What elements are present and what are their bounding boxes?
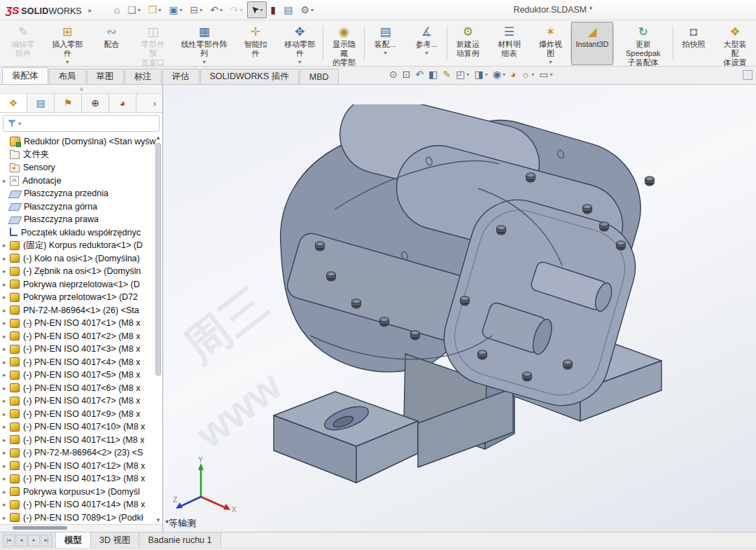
large-assembly-settings-icon[interactable]: ❖ 大型装配 体设置 xyxy=(715,22,755,65)
expand-arrow-icon[interactable]: ▸ xyxy=(3,475,6,482)
filter-caret-icon[interactable]: ▾ xyxy=(18,121,21,127)
dropdown-caret-icon[interactable]: ▾ xyxy=(220,7,223,13)
tree-item[interactable]: ▸ (-) PN-72-M-86964<2> (23) <S xyxy=(0,446,162,460)
new-document-icon[interactable]: ❏ ▾ xyxy=(124,1,144,18)
expand-arrow-icon[interactable]: ▸ xyxy=(3,462,6,469)
tree-item[interactable]: Sensory xyxy=(0,161,162,174)
command-tab[interactable]: SOLIDWORKS 插件 xyxy=(200,69,299,84)
expand-arrow-icon[interactable]: ▸ xyxy=(3,333,6,340)
featuremanager-tree-tab[interactable]: ❖ xyxy=(0,94,27,112)
apply-scene-icon[interactable]: ☼ ▾ xyxy=(521,69,534,79)
command-tab[interactable]: MBD xyxy=(300,69,339,84)
instant3d-icon[interactable]: ◢ Instant3D xyxy=(571,22,612,65)
configurationmanager-tab[interactable]: ⚑ xyxy=(55,94,82,112)
tree-filter-input[interactable]: ▾ xyxy=(3,115,160,132)
options-icon[interactable]: ⚙ ▾ xyxy=(297,1,317,18)
tree-item[interactable]: ▸ (-) PN-EN ISO 4017<3> (M8 x xyxy=(0,343,162,356)
dropdown-caret-icon[interactable]: ▾ xyxy=(531,71,534,78)
tree-item[interactable]: ▸ (-) PN-EN ISO 4017<11> (M8 x xyxy=(0,434,162,447)
edit-appearance-icon[interactable]: ◕ xyxy=(510,69,516,79)
expand-arrow-icon[interactable]: ▸ xyxy=(3,294,6,301)
dropdown-caret-icon[interactable]: ▾ xyxy=(240,7,243,13)
dropdown-caret-icon[interactable]: ▾ xyxy=(425,50,428,56)
tree-item[interactable]: ▸ (固定) Korpus reduktora<1> (D xyxy=(0,239,162,252)
document-tab[interactable]: 3D 视图 xyxy=(91,532,139,548)
display-style-icon[interactable]: ◨ ▾ xyxy=(474,69,487,79)
dropdown-caret-icon[interactable]: ▾ xyxy=(550,71,552,78)
tree-item[interactable]: ▸ (-) PN-EN ISO 4017<4> (M8 x xyxy=(0,356,162,369)
expand-arrow-icon[interactable]: ▸ xyxy=(3,436,6,444)
dropdown-caret-icon[interactable]: ▾ xyxy=(503,71,505,78)
tree-scroll-up-icon[interactable]: ▲ xyxy=(155,135,161,141)
previous-view-icon[interactable]: ↶ xyxy=(415,69,424,79)
tree-item[interactable]: ▸ (-) PN-EN ISO 4017<7> (M8 x xyxy=(0,394,162,408)
display-pane-toggle-icon[interactable] xyxy=(743,70,752,80)
tree-item[interactable]: ▸ (-) Zębnik na osi<1> (Domyśln xyxy=(0,265,162,278)
expand-arrow-icon[interactable]: ▸ xyxy=(3,423,6,430)
dropdown-caret-icon[interactable]: ▾ xyxy=(311,7,314,13)
select-icon[interactable]: ➤ ▾ xyxy=(247,1,267,18)
tab-nav-button[interactable]: ◂ xyxy=(15,535,27,546)
component-preview-icon[interactable]: ◫ 零部件预 览窗口 xyxy=(132,22,173,65)
tree-item[interactable]: ▸ (-) PN-EN ISO 4017<12> (M8 x xyxy=(0,460,162,473)
expand-arrow-icon[interactable]: ▸ xyxy=(3,449,6,456)
dropdown-caret-icon[interactable]: ▾ xyxy=(466,71,469,78)
mate-icon[interactable]: ∾ 配合 xyxy=(91,22,132,65)
print-icon[interactable]: ⊟ ▾ xyxy=(187,1,206,18)
tab-nav-button[interactable]: ▸ xyxy=(28,535,40,546)
tree-item[interactable]: ▸ (-) PN-EN ISO 4017<9> (M8 x xyxy=(0,408,162,421)
show-hidden-components-icon[interactable]: ◉ 显示隐藏 的零部件 xyxy=(323,22,364,65)
tree-item[interactable]: ▸ Pokrywa nieprzelotowa<1> (D xyxy=(0,278,162,291)
new-motion-study-icon[interactable]: ⚙ 新建运 动算例 xyxy=(447,22,488,65)
tree-item[interactable]: ▸ (-) PN-EN ISO 4017<2> (M8 x xyxy=(0,330,162,343)
hscroll-thumb[interactable] xyxy=(13,526,67,530)
take-snapshot-icon[interactable]: ◘ 拍快照 xyxy=(673,22,714,65)
tree-scroll-down-icon[interactable]: ▼ xyxy=(155,517,161,523)
home-icon[interactable]: ⌂ xyxy=(111,1,123,18)
save-icon[interactable]: ▣ ▾ xyxy=(165,1,186,18)
dropdown-caret-icon[interactable]: ▾ xyxy=(180,7,183,13)
tree-item[interactable]: Płaszczyzna górna xyxy=(0,200,162,214)
task-pane-icon[interactable]: ▤ xyxy=(280,1,296,18)
command-tab[interactable]: 草图 xyxy=(87,69,124,84)
tree-item[interactable]: Płaszczyzna przednia xyxy=(0,187,162,200)
tab-nav-button[interactable]: ▸| xyxy=(41,535,52,546)
tree-item[interactable]: ▸ (-) PN-EN ISO 4017<10> (M8 x xyxy=(0,420,162,434)
move-component-icon[interactable]: ✥ 移动零部件 ▾ xyxy=(276,22,323,65)
tree-item[interactable]: 文件夹 xyxy=(0,149,162,162)
expand-arrow-icon[interactable]: ▸ xyxy=(3,514,6,521)
edit-component-icon[interactable]: ✎ 编辑零 部件 xyxy=(3,22,43,65)
exploded-view-icon[interactable]: ✶ 爆炸视图 ▾ xyxy=(530,22,570,65)
dropdown-caret-icon[interactable]: ▾ xyxy=(549,59,552,65)
graphics-viewport[interactable]: 周三 www xyxy=(163,85,756,532)
dropdown-caret-icon[interactable]: ▾ xyxy=(200,7,202,13)
view-settings-icon[interactable]: ▭ ▾ xyxy=(539,69,552,79)
expand-arrow-icon[interactable]: ▸ xyxy=(3,281,6,288)
dropdown-caret-icon[interactable]: ▾ xyxy=(66,59,69,65)
panel-splitter[interactable] xyxy=(0,85,162,94)
expand-arrow-icon[interactable]: ▸ xyxy=(3,488,6,495)
tree-item[interactable]: ▸ Pokrywa korpusu<1> (Domyśl xyxy=(0,486,162,499)
gearbox-3d-model[interactable] xyxy=(268,104,702,497)
menu-flyout-arrow-icon[interactable]: ▸ xyxy=(89,6,92,14)
hide-show-items-icon[interactable]: ◉ ▾ xyxy=(493,69,505,79)
tree-item[interactable]: ▸ (-) PN-EN ISO 4017<14> (M8 x xyxy=(0,498,162,511)
tree-item[interactable]: ▸ (-) Koło na osi<1> (Domyślna) xyxy=(0,252,162,266)
expand-arrow-icon[interactable]: ▸ xyxy=(3,385,6,392)
command-tab[interactable]: 标注 xyxy=(125,69,162,84)
dropdown-caret-icon[interactable]: ▾ xyxy=(158,7,161,13)
expand-arrow-icon[interactable]: ▸ xyxy=(3,371,6,378)
zoom-fit-icon[interactable]: ⊙ xyxy=(389,69,398,79)
expand-arrow-icon[interactable]: ▸ xyxy=(3,359,6,366)
command-tab[interactable]: 装配体 xyxy=(2,67,48,84)
tree-item[interactable]: ▸ Pokrywa przelotowa<1> (D72 xyxy=(0,291,162,304)
dropdown-caret-icon[interactable]: ▾ xyxy=(203,59,206,65)
reference-geometry-icon[interactable]: ∡ 参考... ▾ xyxy=(406,22,447,65)
tree-item[interactable]: ▸ (-) PN-EN ISO 7089<1> (Podkł xyxy=(0,511,162,525)
tree-item[interactable]: ▸ (-) PN-EN ISO 4017<6> (M8 x xyxy=(0,382,162,395)
document-tab[interactable]: 模型 xyxy=(56,532,91,548)
redo-icon[interactable]: ↷ ▾ xyxy=(227,1,246,18)
dropdown-caret-icon[interactable]: ▾ xyxy=(298,59,301,65)
expand-arrow-icon[interactable]: ▸ xyxy=(3,177,6,184)
update-speedpak-icon[interactable]: ↻ 更新 Speedpak 子装配体 xyxy=(614,22,673,65)
